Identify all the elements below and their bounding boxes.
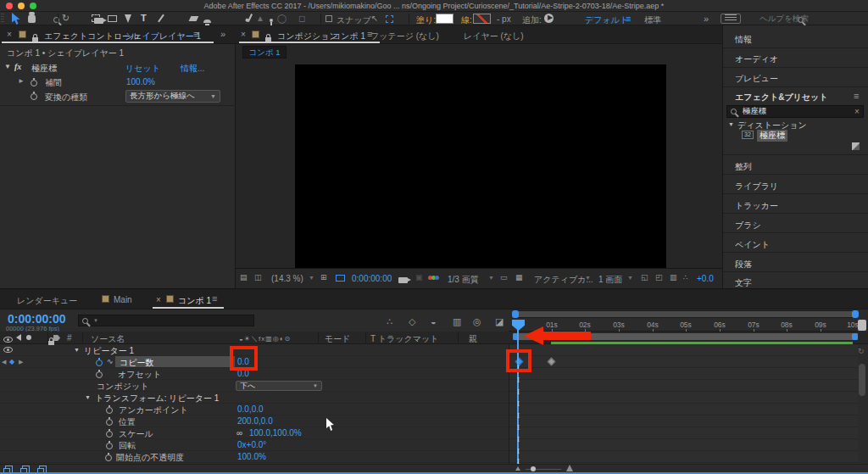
rotation-property-label[interactable]: 回転 (119, 440, 136, 452)
composition-tab-title[interactable]: コンポジション (277, 31, 338, 42)
timeline-zoom-knob[interactable] (531, 466, 536, 471)
draft-3d-icon[interactable]: ◇ (409, 316, 415, 327)
work-area-end-handle[interactable] (852, 333, 858, 340)
effect-controls-tab-target[interactable]: シェイプレイヤー 1 (125, 31, 201, 42)
rotation-stopwatch-icon[interactable] (106, 443, 113, 449)
time-ruler[interactable]: 0s 01s 02s 03s 04s 05s 06s 07s 08s 09s 1… (509, 319, 857, 332)
close-tab-icon[interactable]: × (156, 295, 161, 304)
pen-tool[interactable] (125, 14, 131, 23)
shape-tool[interactable] (108, 15, 117, 22)
disclosure-caret-icon[interactable]: ▼ (85, 394, 91, 400)
resolution-caret-icon[interactable]: ▼ (488, 275, 494, 281)
scale-stopwatch-icon[interactable] (106, 431, 113, 438)
position-property-label[interactable]: 位置 (119, 416, 136, 428)
snap-mask-icon[interactable] (386, 15, 393, 23)
composition-viewport[interactable] (295, 64, 666, 268)
new-preset-corner-icon[interactable] (852, 142, 860, 150)
composition-mini-flowchart-icon[interactable]: ∴ (387, 316, 392, 327)
comp-tab[interactable]: コンポ 1 (178, 295, 211, 307)
zoom-out-mountain-icon[interactable] (515, 466, 520, 471)
conversion-stopwatch-icon[interactable] (31, 93, 37, 100)
trkmat-column[interactable]: T トラックマット (370, 333, 438, 345)
next-keyframe-icon[interactable]: ▶ (19, 359, 23, 365)
search-settings-box[interactable] (721, 14, 741, 24)
panel-tab-audio[interactable]: オーディオ (723, 48, 868, 68)
add-label[interactable]: 追加: (522, 14, 542, 26)
layer-tab[interactable]: レイヤー (なし) (464, 31, 524, 42)
fill-swatch[interactable] (436, 14, 453, 24)
snap-options-icon[interactable]: ↖ (371, 14, 378, 23)
panel-tab-preview[interactable]: プレビュー (723, 68, 868, 87)
collapse-effect-caret[interactable]: ▼ (4, 63, 11, 70)
property-row-scale[interactable]: スケール ∞ 100.0,100.0% (0, 427, 509, 439)
magnification-caret-icon[interactable]: ▼ (309, 275, 314, 281)
start-opacity-value[interactable]: 100.0% (237, 452, 266, 461)
layout-caret-icon[interactable]: ▼ (627, 275, 633, 281)
panel-overflow-chevron[interactable]: » (220, 29, 225, 39)
selection-tool[interactable] (12, 13, 22, 25)
mask-visibility-icon[interactable] (336, 275, 345, 282)
group-row-transform[interactable]: ▼ トランスフォーム: リピーター 1 (0, 392, 509, 404)
hand-tool[interactable] (28, 14, 36, 23)
hide-shy-layers-icon[interactable]: ◒ (431, 316, 437, 326)
scale-property-label[interactable]: スケール (119, 428, 153, 440)
composite-property-label[interactable]: コンポジット (97, 381, 148, 393)
pixel-aspect-icon[interactable]: ◱ (641, 273, 648, 282)
stroke-width-value[interactable]: - px (497, 14, 511, 24)
timeline-search-input[interactable] (101, 315, 245, 326)
workspace-menu-icon[interactable]: ≡ (626, 14, 631, 24)
property-row-start-opacity[interactable]: 開始点の不透明度 100.0% (0, 451, 509, 463)
effects-category-row[interactable]: ▼ ディストーション (723, 120, 868, 130)
add-keyframe-icon[interactable]: ◆ (9, 358, 14, 365)
time-navigator-end-handle[interactable] (852, 310, 859, 318)
effect-name[interactable]: 極座標 (31, 63, 57, 75)
snap-label[interactable]: スナップ (337, 14, 371, 26)
disclosure-caret-icon[interactable]: ▼ (74, 347, 80, 353)
copies-stopwatch-icon[interactable] (96, 360, 103, 366)
workspace-overflow-chevron[interactable]: » (704, 14, 709, 24)
clone-stamp-tool[interactable] (203, 20, 211, 23)
graph-editor-icon[interactable]: ◪ (495, 316, 504, 327)
panel-tab-info[interactable]: 情報 (723, 29, 868, 48)
roto-brush-tool[interactable] (248, 14, 253, 22)
anchor-value[interactable]: 0.0,0.0 (237, 404, 264, 414)
fill-label[interactable]: 塗り: (416, 14, 436, 26)
magnification-menu[interactable]: (14.3 %) (271, 274, 303, 283)
flowchart-button-icon[interactable]: ∴ (683, 273, 688, 282)
footage-tab[interactable]: フッテージ (なし) (370, 31, 439, 42)
tab-menu-icon[interactable]: ≡ (212, 293, 217, 304)
interpolation-stopwatch-icon[interactable] (31, 80, 37, 86)
time-navigator-start-handle[interactable] (512, 310, 519, 318)
fast-previews-icon[interactable]: ◰ (655, 273, 663, 282)
panel-menu-icon[interactable]: ≡ (854, 91, 859, 101)
exposure-value[interactable]: +0.0 (697, 274, 714, 283)
pan-behind-tool[interactable] (92, 14, 100, 22)
effect-reset-button[interactable]: リセット (125, 63, 160, 75)
resolution-menu[interactable]: 1/3 画質 (448, 274, 479, 286)
repeater-group-label[interactable]: リピーター 1 (84, 345, 134, 357)
position-value[interactable]: 200.0,0.0 (237, 416, 273, 426)
stroke-label[interactable]: 線: (461, 14, 472, 26)
link-dimensions-icon[interactable]: ∞ (236, 428, 242, 438)
eraser-tool[interactable] (189, 16, 199, 21)
main-tab[interactable]: Main (114, 295, 132, 304)
transform-group-label[interactable]: トランスフォーム: リピーター 1 (95, 393, 219, 404)
camera-caret-icon[interactable]: ▼ (585, 275, 591, 281)
effect-result-label[interactable]: 極座標 (757, 130, 787, 142)
start-opacity-property-label[interactable]: 開始点の不透明度 (116, 452, 184, 464)
effects-search-input[interactable] (743, 106, 844, 117)
render-queue-tab[interactable]: レンダーキュー (17, 295, 77, 307)
panel-tab-character[interactable]: 文字 (723, 271, 868, 288)
timeline-button-icon[interactable]: ▥ (670, 273, 677, 282)
help-search-input[interactable] (760, 13, 861, 24)
rotation-tool[interactable]: ↻ (62, 13, 70, 24)
source-name-column[interactable]: ソース名 (91, 333, 125, 345)
property-row-rotation[interactable]: 回転 0x+0.0° (0, 439, 509, 451)
timeline-search-box[interactable]: ▼ (78, 315, 254, 326)
panel-menu-icon[interactable]: ≡ (193, 29, 198, 39)
snapshot-icon[interactable] (398, 277, 408, 283)
text-tool[interactable]: T (141, 13, 147, 23)
panel-tab-tracker[interactable]: トラッカー (723, 193, 868, 213)
puppet-pin-tool[interactable] (270, 19, 273, 22)
property-row-anchor[interactable]: アンカーポイント 0.0,0.0 (0, 404, 509, 415)
